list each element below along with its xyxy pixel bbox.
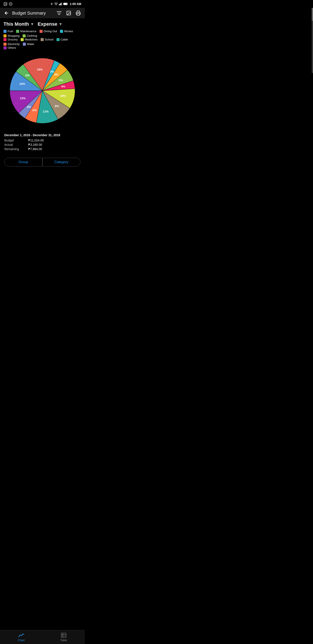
- legend-label: Fuel: [7, 30, 13, 33]
- pie-label: 16%: [37, 68, 43, 71]
- pie-label: 10%: [60, 94, 66, 98]
- pie-label: 8%: [55, 104, 59, 108]
- legend-label: School: [45, 38, 53, 41]
- legend-color: [23, 43, 26, 46]
- filter-button[interactable]: [56, 10, 62, 16]
- svg-rect-8: [61, 2, 61, 5]
- wifi-icon: [54, 2, 58, 6]
- period-arrow: ▼: [30, 22, 34, 26]
- minus-circle-icon: [9, 2, 12, 6]
- svg-rect-12: [64, 3, 67, 5]
- group-button[interactable]: Group: [4, 158, 42, 166]
- legend-item: Grocery: [3, 38, 17, 41]
- legend-color: [39, 30, 43, 33]
- svg-rect-7: [60, 3, 61, 6]
- legend-color: [22, 34, 26, 38]
- bottom-navigation: Chart Table: [0, 630, 85, 644]
- svg-rect-18: [77, 14, 79, 15]
- app-bar: Budget Summary: [0, 8, 85, 18]
- legend-item: Others: [3, 46, 16, 50]
- pie-label: 4%: [27, 105, 31, 108]
- legend-color: [3, 30, 6, 33]
- image-icon: [3, 2, 7, 6]
- chart-nav-icon: [18, 633, 24, 638]
- legend-color: [21, 38, 24, 41]
- legend-label: Shopping: [7, 34, 19, 38]
- legend-label: Cable: [61, 38, 68, 41]
- legend-item: Dining Out: [39, 30, 57, 33]
- table-nav-item[interactable]: Table: [42, 630, 85, 644]
- legend-label: Grocery: [7, 38, 17, 41]
- page-title: Budget Summary: [12, 11, 53, 16]
- legend-item: Water: [23, 42, 34, 46]
- legend-item: Medicines: [21, 38, 38, 41]
- legend-item: Fuel: [3, 30, 13, 33]
- legend-item: Movies: [60, 30, 73, 33]
- date-range: December 1, 2018 - December 31, 2018: [4, 133, 80, 137]
- legend-label: Dining Out: [44, 30, 57, 33]
- budget-value: ₱11,024.00: [28, 138, 44, 142]
- legend-item: Clothing: [22, 34, 37, 38]
- legend-label: Movies: [64, 30, 73, 33]
- legend-color: [3, 43, 6, 46]
- legend-color: [3, 34, 6, 38]
- chart-area: 10%5%16%3%5%6%4%10%8%11%6%4%12%: [0, 52, 85, 130]
- pie-label: 5%: [25, 74, 29, 77]
- svg-rect-5: [59, 4, 59, 6]
- type-arrow: ▼: [59, 22, 63, 26]
- status-right-icons: 1:09 AM: [50, 2, 81, 6]
- pie-label: 6%: [59, 78, 63, 82]
- toolbar-icons: [56, 10, 81, 16]
- bluetooth-icon: [50, 2, 53, 6]
- svg-rect-6: [59, 4, 60, 5]
- legend-item: Cable: [56, 38, 68, 41]
- pie-label: 12%: [20, 96, 25, 100]
- legend-color: [41, 38, 44, 41]
- print-button[interactable]: [75, 10, 81, 16]
- actual-label: Actual: [4, 143, 24, 146]
- period-dropdown[interactable]: This Month ▼: [3, 21, 34, 27]
- remaining-row: Remaining ₱7,864.00: [4, 147, 80, 151]
- svg-point-1: [4, 3, 5, 4]
- legend-label: Maintenance: [20, 30, 36, 33]
- legend-color: [16, 30, 19, 33]
- legend-color: [3, 46, 6, 50]
- remaining-label: Remaining: [4, 147, 24, 151]
- pie-label: 4%: [61, 85, 65, 88]
- svg-rect-11: [67, 4, 68, 4]
- legend-item: Shopping: [3, 34, 19, 38]
- pie-label: 6%: [33, 108, 37, 112]
- legend-item: Maintenance: [16, 30, 36, 33]
- legend-label: Water: [27, 42, 34, 46]
- table-nav-icon: [61, 633, 66, 638]
- table-nav-label: Table: [60, 638, 67, 642]
- filter-row: This Month ▼ Expense ▼: [0, 18, 85, 29]
- legend-label: Clothing: [27, 34, 37, 38]
- pie-label: 3%: [50, 70, 54, 73]
- type-label: Expense: [38, 21, 57, 27]
- battery-icon: [63, 2, 68, 5]
- category-button[interactable]: Category: [42, 158, 80, 166]
- svg-rect-19: [61, 633, 66, 638]
- pie-label: 11%: [43, 110, 48, 113]
- pie-label: 10%: [19, 82, 25, 86]
- legend-color: [56, 38, 59, 41]
- svg-rect-9: [62, 2, 62, 6]
- chart-nav-label: Chart: [18, 638, 25, 642]
- chart-nav-item[interactable]: Chart: [0, 630, 42, 644]
- svg-point-17: [68, 12, 68, 12]
- back-button[interactable]: [3, 10, 9, 16]
- period-label: This Month: [3, 21, 29, 27]
- type-dropdown[interactable]: Expense ▼: [38, 21, 62, 27]
- status-time: 1:09 AM: [70, 2, 81, 6]
- legend-label: Others: [7, 46, 16, 50]
- legend-color: [3, 38, 6, 41]
- image-export-button[interactable]: [66, 10, 72, 16]
- pie-chart: 10%5%16%3%5%6%4%10%8%11%6%4%12%: [7, 56, 77, 126]
- status-left-icons: [3, 2, 12, 6]
- chart-legend: Fuel Maintenance Dining Out Movies Shopp…: [0, 29, 85, 52]
- actual-row: Actual ₱3,160.00: [4, 143, 80, 146]
- legend-label: Electricity: [7, 42, 20, 46]
- svg-point-4: [56, 5, 56, 6]
- legend-color: [60, 30, 63, 33]
